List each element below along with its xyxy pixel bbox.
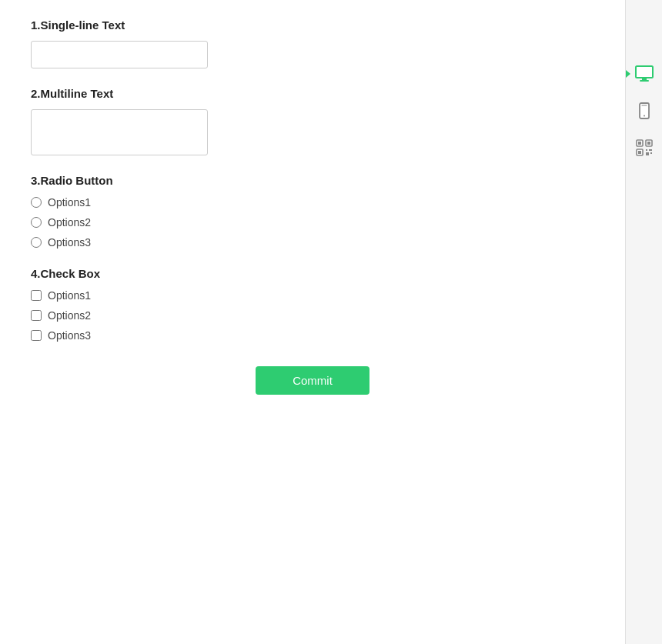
- radio-group: Options1 Options2 Options3: [31, 196, 594, 249]
- commit-button[interactable]: Commit: [256, 366, 369, 395]
- checkbox-label-3: Options3: [48, 329, 91, 342]
- mobile-icon: [635, 102, 654, 120]
- section-multiline: 2.Multiline Text: [31, 87, 594, 155]
- mobile-icon-wrapper[interactable]: [632, 98, 657, 123]
- checkbox-group: Options1 Options2 Options3: [31, 289, 594, 342]
- radio-label-3: Options3: [48, 236, 91, 249]
- radio-label-1: Options1: [48, 196, 91, 209]
- qr-icon-wrapper[interactable]: [632, 135, 657, 160]
- svg-rect-7: [638, 142, 641, 145]
- section-checkbox: 4.Check Box Options1 Options2 Options3: [31, 267, 594, 342]
- single-line-input[interactable]: [31, 41, 208, 68]
- svg-rect-0: [636, 66, 653, 78]
- svg-rect-2: [640, 80, 649, 82]
- svg-rect-14: [646, 152, 649, 155]
- section4-title: 4.Check Box: [31, 267, 594, 280]
- radio-label-2: Options2: [48, 216, 91, 229]
- active-arrow-indicator: [626, 70, 630, 78]
- svg-rect-13: [649, 149, 652, 151]
- qr-icon: [635, 138, 654, 157]
- radio-option-2[interactable]: Options2: [31, 216, 594, 229]
- section3-title: 3.Radio Button: [31, 174, 594, 187]
- checkbox-input-2[interactable]: [31, 310, 42, 321]
- svg-point-4: [644, 115, 645, 117]
- checkbox-input-3[interactable]: [31, 330, 42, 341]
- svg-rect-11: [638, 151, 641, 154]
- checkbox-label-1: Options1: [48, 289, 91, 302]
- monitor-icon-wrapper[interactable]: [632, 62, 657, 86]
- section2-title: 2.Multiline Text: [31, 87, 594, 100]
- radio-input-2[interactable]: [31, 217, 42, 228]
- checkbox-option-2[interactable]: Options2: [31, 309, 594, 322]
- sidebar: [625, 0, 662, 644]
- multiline-input[interactable]: [31, 109, 208, 155]
- checkbox-option-1[interactable]: Options1: [31, 289, 594, 302]
- main-content: 1.Single-line Text 2.Multiline Text 3.Ra…: [0, 0, 625, 644]
- section1-title: 1.Single-line Text: [31, 18, 594, 32]
- radio-input-3[interactable]: [31, 237, 42, 248]
- checkbox-option-3[interactable]: Options3: [31, 329, 594, 342]
- svg-rect-15: [650, 152, 652, 154]
- commit-btn-wrapper: Commit: [31, 366, 594, 395]
- section-radio: 3.Radio Button Options1 Options2 Options…: [31, 174, 594, 249]
- section-single-line: 1.Single-line Text: [31, 18, 594, 68]
- checkbox-label-2: Options2: [48, 309, 91, 322]
- svg-rect-12: [646, 149, 647, 151]
- checkbox-input-1[interactable]: [31, 290, 42, 301]
- radio-input-1[interactable]: [31, 197, 42, 208]
- radio-option-3[interactable]: Options3: [31, 236, 594, 249]
- radio-option-1[interactable]: Options1: [31, 196, 594, 209]
- monitor-icon: [634, 63, 655, 85]
- svg-rect-1: [642, 78, 647, 80]
- svg-rect-9: [647, 142, 650, 145]
